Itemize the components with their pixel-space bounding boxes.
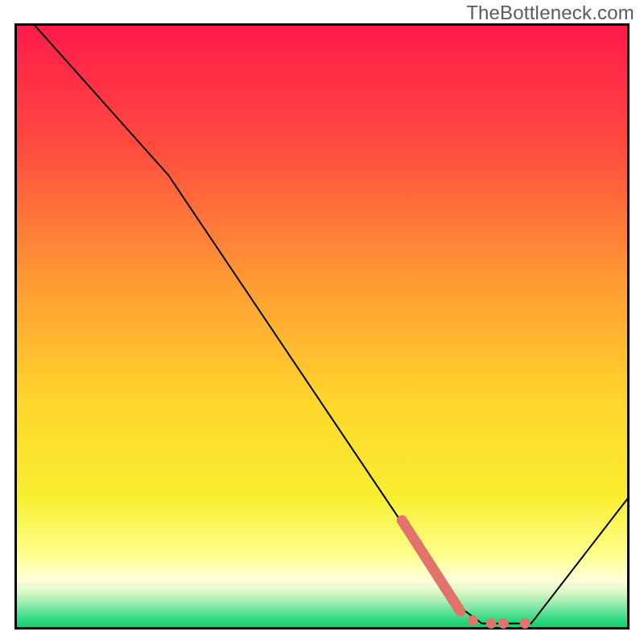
bottleneck-chart xyxy=(14,23,630,630)
target-range-dot xyxy=(486,618,497,629)
target-range-dot xyxy=(468,615,478,625)
target-range-dot xyxy=(520,618,530,629)
target-range-dot xyxy=(498,618,509,629)
chart-background-gradient xyxy=(14,23,630,630)
chart-svg xyxy=(14,23,630,630)
watermark-label: TheBottleneck.com xyxy=(466,2,634,24)
